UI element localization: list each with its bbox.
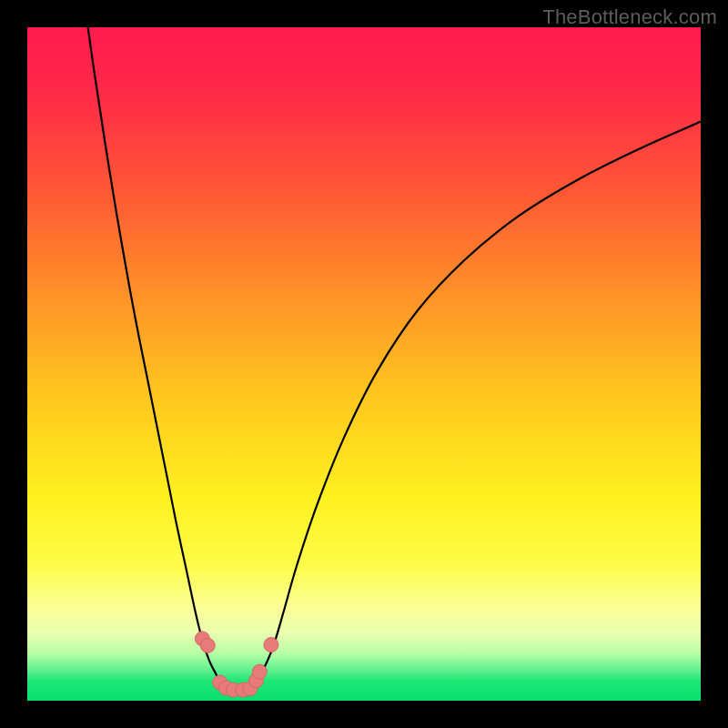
watermark-text: TheBottleneck.com [542,5,717,29]
data-marker [264,638,278,652]
right-curve [249,122,701,691]
plot-frame [27,27,701,701]
chart-svg [27,27,701,701]
left-curve [88,27,229,691]
data-marker [200,638,215,652]
data-marker [252,664,267,679]
